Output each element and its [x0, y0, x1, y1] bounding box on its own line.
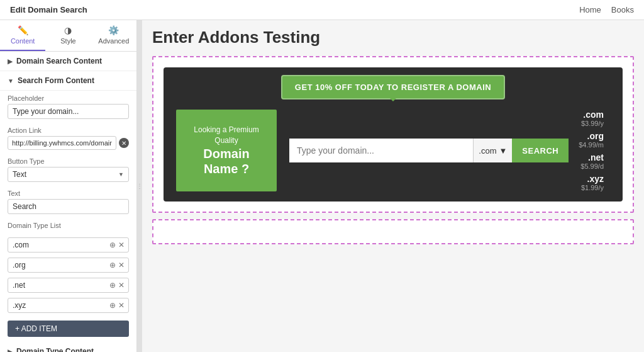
button-type-select[interactable]: Text Icon	[8, 167, 129, 182]
button-type-label: Button Type	[8, 157, 129, 165]
text-label: Text	[8, 190, 129, 197]
text-input[interactable]	[8, 199, 129, 214]
green-box-main-text: DomainName ?	[203, 146, 249, 176]
search-button[interactable]: SEARCH	[512, 139, 569, 162]
copy-domain-xyz-button[interactable]: ⊕	[109, 301, 116, 310]
copy-domain-org-button[interactable]: ⊕	[109, 261, 116, 270]
search-bar: .com ▼ SEARCH	[289, 139, 569, 162]
text-group: Text	[0, 186, 136, 218]
tabs-bar: ✏️ Content ◑ Style ⚙️ Advanced	[0, 20, 136, 52]
domain-search-widget: Looking a Premium Quality DomainName ? .…	[164, 99, 623, 202]
delete-domain-net-button[interactable]: ✕	[118, 281, 125, 290]
tab-style[interactable]: ◑ Style	[45, 20, 91, 51]
arrow-domain-type-icon: ▶	[8, 348, 13, 353]
section-domain-search-content[interactable]: ▶ Domain Search Content	[0, 52, 136, 71]
green-box-sub-text: Looking a Premium Quality	[186, 125, 267, 146]
copy-domain-net-button[interactable]: ⊕	[109, 281, 116, 290]
domain-type-list-label-group: Domain Type List	[0, 218, 136, 235]
delete-domain-xyz-button[interactable]: ✕	[118, 301, 125, 310]
action-link-row: ✕	[8, 136, 129, 150]
nav-books[interactable]: Books	[611, 5, 634, 14]
button-type-select-wrapper: Text Icon	[8, 167, 129, 182]
domain-item-org: ⊕ ✕	[8, 258, 129, 273]
copy-domain-com-button[interactable]: ⊕	[109, 241, 116, 249]
page-title: Enter Addons Testing	[152, 28, 634, 47]
tld-prices: .com $3.99/y .org $4.99/m .net $5.99/d	[569, 110, 610, 191]
delete-domain-com-button[interactable]: ✕	[118, 241, 125, 249]
top-bar: Edit Domain Search Home Books	[0, 0, 644, 20]
chevron-down-icon: ▼	[499, 146, 507, 156]
arrow-icon: ▶	[8, 58, 13, 65]
resize-handle[interactable]	[137, 20, 142, 352]
domain-input-com[interactable]	[13, 241, 107, 249]
placeholder-input[interactable]	[8, 104, 129, 119]
tab-content[interactable]: ✏️ Content	[0, 20, 45, 51]
action-link-label: Action Link	[8, 127, 129, 134]
button-type-group: Button Type Text Icon	[0, 154, 136, 186]
search-section: .com ▼ SEARCH	[277, 139, 569, 162]
preview-container: GET 10% OFF TODAY TO REGISTER A DOMAIN L…	[152, 56, 634, 213]
main-layout: ✏️ Content ◑ Style ⚙️ Advanced ▶ Domain …	[0, 20, 644, 352]
placeholder-label: Placeholder	[8, 94, 129, 102]
tld-price-com: .com $3.99/y	[579, 110, 604, 127]
green-promo-box: Looking a Premium Quality DomainName ?	[176, 110, 277, 191]
domain-input-org[interactable]	[13, 261, 107, 270]
editor-title: Edit Domain Search	[10, 5, 87, 14]
tld-select[interactable]: .com ▼	[473, 139, 512, 162]
tld-price-xyz: .xyz $1.99/y	[579, 174, 604, 191]
content-icon: ✏️	[18, 25, 28, 35]
domain-type-list-label: Domain Type List	[8, 222, 129, 229]
arrow-down-icon: ▼	[8, 77, 14, 84]
section-domain-type-content[interactable]: ▶ Domain Type Content	[0, 342, 136, 352]
delete-domain-org-button[interactable]: ✕	[118, 261, 125, 270]
nav-home[interactable]: Home	[579, 5, 601, 14]
tld-price-org: .org $4.99/m	[579, 131, 604, 149]
second-preview-container	[152, 219, 634, 244]
domain-search-input[interactable]	[289, 139, 473, 162]
domain-item-com: ⊕ ✕	[8, 237, 129, 253]
domain-item-xyz: ⊕ ✕	[8, 298, 129, 313]
clear-action-link-button[interactable]: ✕	[119, 138, 129, 148]
sidebar: ✏️ Content ◑ Style ⚙️ Advanced ▶ Domain …	[0, 20, 137, 352]
promo-tooltip-wrapper: GET 10% OFF TODAY TO REGISTER A DOMAIN	[164, 67, 623, 99]
tld-price-net: .net $5.99/d	[579, 152, 604, 170]
section-search-form-content[interactable]: ▼ Search Form Content	[0, 71, 136, 91]
widget-area: GET 10% OFF TODAY TO REGISTER A DOMAIN L…	[164, 67, 623, 202]
advanced-icon: ⚙️	[108, 25, 119, 35]
placeholder-group: Placeholder	[0, 91, 136, 123]
domain-item-net: ⊕ ✕	[8, 278, 129, 293]
style-icon: ◑	[64, 25, 72, 35]
promo-tooltip: GET 10% OFF TODAY TO REGISTER A DOMAIN	[281, 75, 505, 99]
domain-input-xyz[interactable]	[13, 301, 107, 310]
top-nav: Home Books	[579, 5, 634, 14]
domain-input-net[interactable]	[13, 281, 107, 290]
add-item-button[interactable]: + ADD ITEM	[8, 321, 129, 337]
action-link-input[interactable]	[8, 136, 116, 150]
action-link-group: Action Link ✕	[0, 123, 136, 154]
tab-advanced[interactable]: ⚙️ Advanced	[91, 20, 136, 51]
content-area: Enter Addons Testing GET 10% OFF TODAY T…	[142, 20, 644, 352]
